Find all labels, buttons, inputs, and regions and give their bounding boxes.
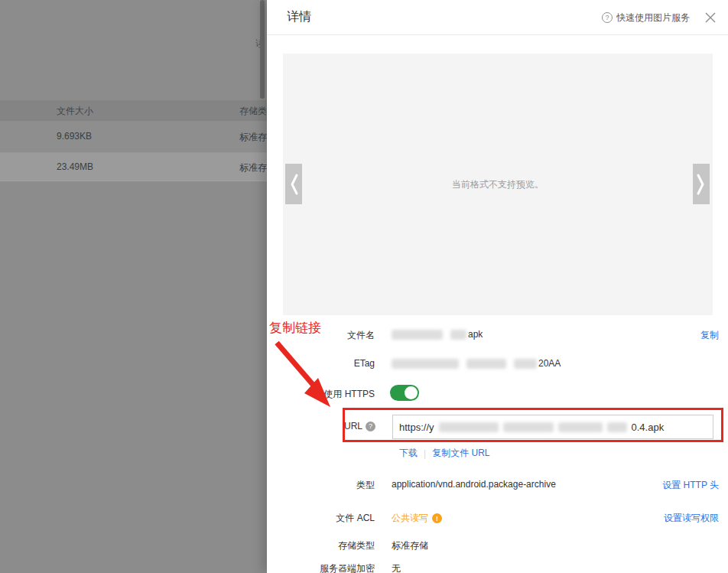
acl-row: 文件 ACL 公共读写 ! 设置读写权限 (267, 512, 728, 526)
filename-value: apk (392, 329, 483, 340)
page-scrollbar (260, 0, 265, 99)
redacted-block (439, 422, 499, 432)
copy-filename-button[interactable]: 复制 (700, 329, 719, 342)
redacted-block (450, 330, 466, 340)
etag-visible-suffix: 20AA (538, 358, 561, 369)
preview-unsupported-message: 当前格式不支持预览。 (452, 178, 544, 191)
column-header-storageclass: 存储类 (239, 105, 267, 118)
column-header-filesize: 文件大小 (57, 105, 93, 118)
acl-label: 文件 ACL (283, 512, 375, 525)
page-title: 详情 (287, 9, 311, 25)
type-row: 类型 application/vnd.android.package-archi… (267, 479, 728, 493)
cell-filesize: 23.49MB (57, 161, 93, 172)
redacted-block (514, 359, 537, 369)
url-label: URL (344, 421, 362, 431)
help-icon: ? (602, 12, 613, 23)
set-http-headers-link[interactable]: 设置 HTTP 头 (662, 479, 719, 492)
url-help-icon[interactable]: ? (366, 422, 375, 431)
download-link[interactable]: 下载 (399, 447, 418, 460)
redacted-block (558, 422, 603, 432)
url-row: URL ? https://y 0.4.apk (267, 415, 728, 439)
quick-image-service-label: 快速使用图片服务 (616, 11, 690, 24)
quick-image-service-link[interactable]: ? 快速使用图片服务 (602, 11, 690, 24)
encryption-value: 无 (392, 562, 401, 573)
encryption-row: 服务器端加密 无 (267, 562, 728, 573)
prev-arrow-button[interactable] (285, 164, 302, 204)
toggle-knob (405, 386, 418, 399)
url-visible-suffix: 0.4.apk (632, 422, 665, 433)
redacted-block (392, 330, 443, 340)
storage-row: 存储类型 标准存储 (267, 539, 728, 553)
close-icon[interactable] (704, 11, 717, 24)
https-label: 使用 HTTPS (283, 388, 375, 401)
redacted-block (607, 422, 627, 432)
cell-storageclass: 标准存 (239, 161, 267, 174)
url-input[interactable]: https://y 0.4.apk (392, 415, 713, 439)
storage-value: 标准存储 (392, 539, 428, 552)
filename-row: 文件名 apk 复制 (267, 329, 728, 343)
next-arrow-button[interactable] (693, 164, 710, 204)
redacted-block (503, 422, 554, 432)
storage-label: 存储类型 (283, 539, 375, 552)
preview-area: 当前格式不支持预览。 (283, 54, 713, 315)
divider: | (424, 448, 426, 459)
set-acl-link[interactable]: 设置读写权限 (664, 512, 719, 525)
cell-storageclass: 标准存 (239, 131, 267, 144)
details-panel: 详情 ? 快速使用图片服务 当前格式不支持预览。 文件名 apk 复制 (267, 0, 728, 573)
copy-file-url-link[interactable]: 复制文件 URL (432, 447, 489, 460)
redacted-block (392, 359, 459, 369)
redacted-block (466, 359, 506, 369)
etag-row: ETag 20AA (267, 358, 728, 372)
filename-visible-suffix: apk (468, 329, 483, 340)
warning-icon: ! (432, 513, 442, 523)
annotation-copy-link-label: 复制链接 (269, 319, 321, 337)
type-label: 类型 (283, 479, 375, 492)
panel-header: 详情 ? 快速使用图片服务 (267, 0, 728, 35)
etag-label: ETag (283, 358, 375, 369)
url-visible-prefix: https://y (399, 422, 434, 433)
type-value: application/vnd.android.package-archive (392, 479, 556, 490)
encryption-label: 服务器端加密 (283, 562, 375, 573)
https-row: 使用 HTTPS (267, 385, 728, 402)
cell-filesize: 9.693KB (57, 131, 92, 142)
acl-value: 公共读写 (392, 512, 428, 525)
url-actions-row: 下载 | 复制文件 URL (267, 447, 728, 457)
etag-value: 20AA (392, 358, 561, 369)
https-toggle[interactable] (390, 385, 419, 401)
